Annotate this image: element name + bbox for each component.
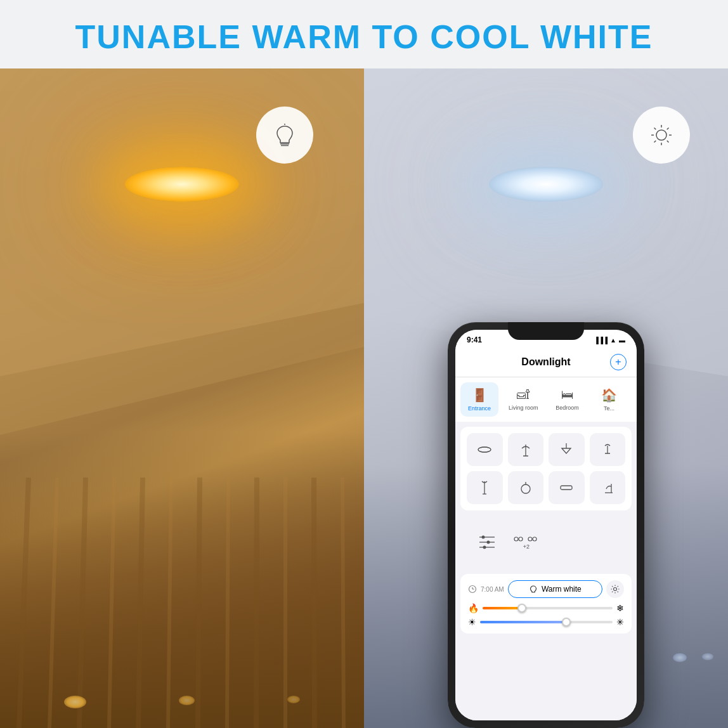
- cool-recessed-lights: [673, 653, 713, 662]
- tab-bedroom[interactable]: 🛏 Bedroom: [549, 382, 587, 417]
- battery-icon: ▬: [619, 337, 625, 344]
- room-tabs: 🚪 Entrance 🛋 Living room 🛏 Bedroom: [455, 377, 637, 422]
- bright-sun-icon: ✳: [616, 617, 624, 627]
- svg-line-13: [314, 478, 315, 728]
- cool-icon-badge: [633, 107, 690, 164]
- bedroom-icon: 🛏: [561, 387, 574, 402]
- page-title: TUNABLE WARM TO COOL WHITE: [13, 18, 715, 56]
- svg-point-46: [487, 541, 490, 544]
- svg-point-45: [482, 536, 485, 539]
- cool-end-icon: ❄: [616, 603, 624, 613]
- phone-notch: [508, 322, 584, 340]
- phone-wrapper: 9:41 ▐▐▐ ▲ ▬ Downlight: [448, 322, 644, 728]
- warm-slider-fill: [483, 607, 522, 609]
- svg-point-49: [519, 537, 523, 541]
- svg-line-27: [654, 141, 656, 143]
- cool-slider-row: ☀ ✳: [468, 617, 624, 627]
- phone-content[interactable]: 🚪 Entrance 🛋 Living room 🛏 Bedroom: [455, 377, 637, 720]
- warm-panel: [0, 68, 364, 728]
- warm-slider-track[interactable]: [483, 607, 613, 609]
- tab-other[interactable]: 🏠 Te...: [590, 382, 628, 417]
- scene-row: +2: [460, 516, 632, 569]
- cool-panel: 9:41 ▐▐▐ ▲ ▬ Downlight: [364, 68, 728, 728]
- svg-rect-39: [561, 486, 572, 490]
- app-header: Downlight +: [455, 350, 637, 377]
- alarm-time: 7:00 AM: [481, 586, 504, 593]
- light-cell-pendant[interactable]: [549, 433, 585, 466]
- status-time: 9:41: [467, 335, 482, 344]
- phone-body: 9:41 ▐▐▐ ▲ ▬ Downlight: [448, 322, 644, 728]
- images-row: 9:41 ▐▐▐ ▲ ▬ Downlight: [0, 68, 728, 728]
- light-cell-strip[interactable]: [549, 471, 585, 504]
- other-label: Te...: [604, 405, 614, 412]
- phone-screen: 9:41 ▐▐▐ ▲ ▬ Downlight: [455, 330, 637, 720]
- svg-point-37: [521, 484, 530, 493]
- svg-line-25: [667, 141, 669, 143]
- warm-white-button[interactable]: Warm white: [508, 580, 602, 598]
- gear-button[interactable]: [606, 580, 624, 598]
- scene-plus: +2: [514, 543, 539, 550]
- svg-point-29: [478, 447, 491, 452]
- warm-curtains: [0, 478, 364, 728]
- svg-point-19: [656, 130, 666, 140]
- svg-line-9: [198, 478, 200, 728]
- svg-line-11: [256, 478, 257, 728]
- warm-white-label: Warm white: [542, 585, 582, 594]
- light-cell-wall[interactable]: [590, 471, 626, 504]
- living-room-icon: 🛋: [517, 387, 530, 402]
- light-cell-floor-lamp[interactable]: [508, 433, 544, 466]
- sun-small-icon: ☀: [468, 617, 476, 627]
- cool-slider-fill: [480, 621, 566, 623]
- svg-point-51: [533, 537, 536, 541]
- warm-slider-row: 🔥 ❄: [468, 603, 624, 613]
- add-button[interactable]: +: [610, 354, 627, 370]
- warm-icon-badge: [256, 107, 313, 164]
- living-room-label: Living room: [509, 405, 538, 411]
- status-icons: ▐▐▐ ▲ ▬: [594, 337, 625, 344]
- svg-line-10: [227, 478, 228, 728]
- svg-point-48: [514, 537, 518, 541]
- tab-entrance[interactable]: 🚪 Entrance: [460, 382, 498, 417]
- svg-line-24: [654, 128, 656, 130]
- app-title: Downlight: [482, 356, 610, 368]
- wifi-icon: ▲: [610, 337, 616, 344]
- svg-point-50: [528, 537, 532, 541]
- svg-line-26: [667, 128, 669, 130]
- flame-icon: 🔥: [468, 603, 479, 613]
- scene-sub-icons: +2: [514, 535, 539, 550]
- entrance-icon: 🚪: [472, 387, 488, 403]
- warm-fixture: [125, 167, 239, 202]
- scene-circle[interactable]: [465, 521, 509, 564]
- cool-slider-thumb[interactable]: [562, 618, 571, 627]
- svg-line-14: [342, 478, 344, 728]
- light-grid: [460, 427, 632, 510]
- light-cell-tall-lamp[interactable]: [467, 471, 503, 504]
- tab-living-room[interactable]: 🛋 Living room: [502, 382, 545, 417]
- light-cell-globe[interactable]: [508, 471, 544, 504]
- main-container: TUNABLE WARM TO COOL WHITE: [0, 0, 728, 728]
- time-row: 7:00 AM Warm white: [468, 580, 624, 598]
- bottom-control: 7:00 AM Warm white: [460, 574, 632, 634]
- entrance-label: Entrance: [468, 405, 491, 412]
- light-cell-downlight[interactable]: [467, 433, 503, 466]
- svg-point-55: [614, 588, 617, 591]
- svg-point-47: [483, 546, 486, 549]
- cool-fixture: [489, 167, 603, 202]
- signal-icon: ▐▐▐: [594, 337, 608, 344]
- other-icon: 🏠: [601, 387, 617, 403]
- title-section: TUNABLE WARM TO COOL WHITE: [0, 0, 728, 68]
- bedroom-label: Bedroom: [556, 405, 579, 411]
- warm-floor-lights: [18, 696, 346, 708]
- light-cell-table-lamp[interactable]: [590, 433, 626, 466]
- warm-slider-thumb[interactable]: [517, 604, 526, 613]
- cool-slider-track[interactable]: [480, 621, 613, 623]
